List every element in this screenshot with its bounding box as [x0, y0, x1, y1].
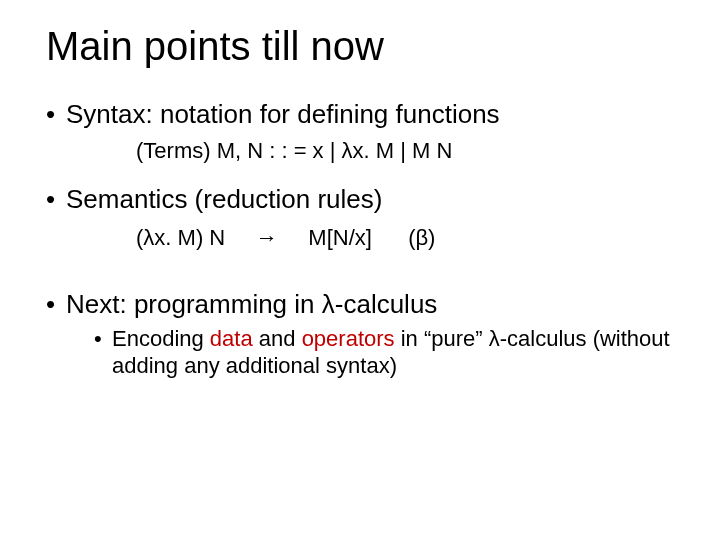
reduction-lhs: (λx. M) N — [136, 225, 225, 250]
bullet-semantics: Semantics (reduction rules) — [46, 183, 674, 216]
sub-bullet-encoding: Encoding data and operators in “pure” λ-… — [94, 325, 674, 380]
sub-ops: operators — [302, 326, 395, 351]
arrow-icon: → — [256, 225, 278, 250]
slide-title: Main points till now — [46, 24, 674, 68]
reduction-label: (β) — [408, 225, 435, 250]
reduction-rhs: M[N/x] — [308, 225, 372, 250]
sub-pre: Encoding — [112, 326, 210, 351]
bullet-next: Next: programming in λ-calculus Encoding… — [46, 288, 674, 380]
bullet-list-2: Semantics (reduction rules) — [46, 183, 674, 216]
sub-bullet-list: Encoding data and operators in “pure” λ-… — [94, 325, 674, 380]
bullet-list: Syntax: notation for defining functions — [46, 98, 674, 131]
sub-and: and — [253, 326, 302, 351]
slide: Main points till now Syntax: notation fo… — [0, 0, 720, 540]
sub-data: data — [210, 326, 253, 351]
bullet-list-3: Next: programming in λ-calculus Encoding… — [46, 288, 674, 380]
reduction-line: (λx. M) N → M[N/x] (β) — [136, 224, 674, 253]
bullet-syntax: Syntax: notation for defining functions — [46, 98, 674, 131]
bullet-next-text: Next: programming in λ-calculus — [66, 289, 437, 319]
grammar-line: (Terms) M, N : : = x | λx. M | M N — [136, 137, 674, 166]
